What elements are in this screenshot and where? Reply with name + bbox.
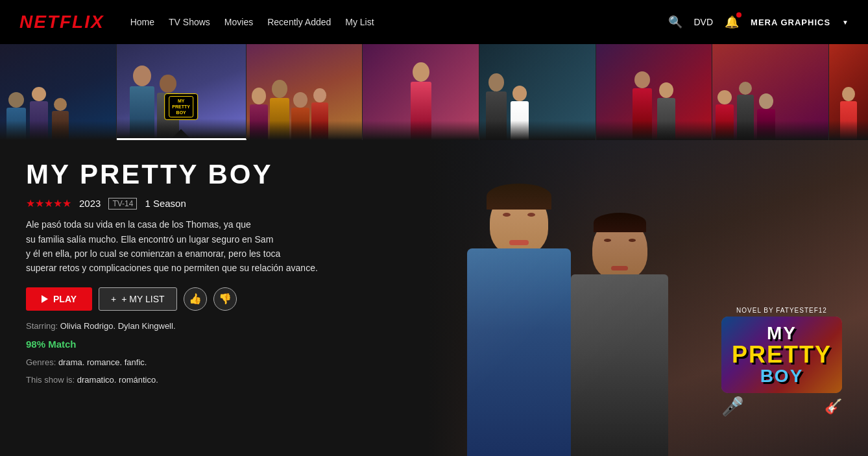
showis-values: dramatico. romántico. [77, 375, 158, 385]
nav-item-home[interactable]: Home [130, 17, 154, 27]
user-name[interactable]: MERA GRAPHICS [751, 18, 830, 27]
hero-image-area: NOVEL BY FATYESTEF12 MY PRETTY BOY 🎤 🎸 [428, 140, 868, 456]
search-icon[interactable]: 🔍 [668, 15, 682, 29]
microphone-icon: 🎤 [721, 396, 744, 417]
thumbnail-6[interactable] [712, 44, 829, 140]
nav-right: 🔍 DVD 🔔 MERA GRAPHICS ▼ [668, 15, 849, 29]
guitar-icon: 🎸 [825, 398, 842, 415]
nav-links: Home TV Shows Movies Recently Added My L… [130, 17, 374, 27]
thumbnail-3[interactable] [363, 44, 479, 140]
character-male [571, 218, 668, 456]
chevron-down-icon[interactable]: ▼ [842, 19, 849, 26]
navbar: NETFLIX Home TV Shows Movies Recently Ad… [0, 0, 868, 44]
logo-boy: BOY [732, 366, 832, 387]
starring-names: Olivia Rodrigo. Dylan Kingwell. [60, 321, 176, 331]
thumbs-down-button[interactable]: 👎 [213, 287, 237, 311]
nav-item-tvshows[interactable]: TV Shows [169, 17, 210, 27]
plus-icon: + [111, 294, 116, 304]
nav-item-movies[interactable]: Movies [224, 17, 253, 27]
thumbnail-0[interactable] [0, 44, 117, 140]
main-content: MY PRETTY BOY ★★★★★ 2023 TV-14 1 Season … [0, 140, 868, 456]
genres-row: Genres: drama. romance. fanfic. [26, 357, 402, 367]
play-button[interactable]: PLAY [26, 287, 92, 311]
thumbnail-4[interactable] [479, 44, 596, 140]
season-count: 1 Season [145, 198, 186, 209]
show-details: MY PRETTY BOY ★★★★★ 2023 TV-14 1 Season … [0, 140, 428, 456]
show-is-row: This show is: dramatico. romántico. [26, 375, 402, 385]
genres-label: Genres: [26, 357, 56, 367]
release-year: 2023 [79, 198, 101, 209]
mylist-button[interactable]: + + MY LIST [99, 287, 176, 311]
starring-row: Starring: Olivia Rodrigo. Dylan Kingwell… [26, 321, 402, 331]
thumbs-down-icon: 👎 [219, 293, 232, 305]
thumbnail-2[interactable] [247, 44, 363, 140]
play-icon [42, 295, 48, 303]
notification-bell[interactable]: 🔔 [725, 15, 739, 29]
character-female [467, 190, 571, 456]
action-row: PLAY + + MY LIST 👍 👎 [26, 287, 402, 311]
thumbs-up-button[interactable]: 👍 [184, 287, 207, 311]
genres-values: drama. romance. fanfic. [58, 357, 147, 367]
notification-badge [736, 12, 741, 18]
thumbnail-5[interactable] [596, 44, 713, 140]
netflix-logo[interactable]: NETFLIX [19, 12, 104, 32]
show-title: MY PRETTY BOY [26, 160, 402, 189]
thumbnail-7[interactable] [829, 44, 868, 140]
nav-item-recently-added[interactable]: Recently Added [267, 17, 331, 27]
content-rating-badge: TV-14 [108, 198, 137, 210]
show-description: Ale pasó toda su vida en la casa de los … [26, 217, 350, 276]
thumbnail-1-active[interactable]: MY PRETTY BOY [117, 44, 247, 140]
match-percent: 98% Match [26, 339, 402, 350]
mpb-thumbnail-label: MY PRETTY BOY [164, 93, 198, 120]
star-rating: ★★★★★ [26, 197, 71, 210]
meta-row: ★★★★★ 2023 TV-14 1 Season [26, 197, 402, 210]
active-indicator [117, 129, 246, 138]
thumbnail-strip: MY PRETTY BOY [0, 44, 868, 140]
logo-pretty: PRETTY [732, 341, 832, 368]
showis-label: This show is: [26, 375, 75, 385]
dvd-link[interactable]: DVD [694, 17, 714, 27]
show-logo-overlay: NOVEL BY FATYESTEF12 MY PRETTY BOY 🎤 🎸 [721, 307, 842, 417]
logo-novel-by-text: NOVEL BY FATYESTEF12 [721, 307, 842, 314]
thumbs-up-icon: 👍 [189, 293, 202, 305]
starring-label: Starring: [26, 321, 58, 331]
nav-item-mylist[interactable]: My List [345, 17, 374, 27]
